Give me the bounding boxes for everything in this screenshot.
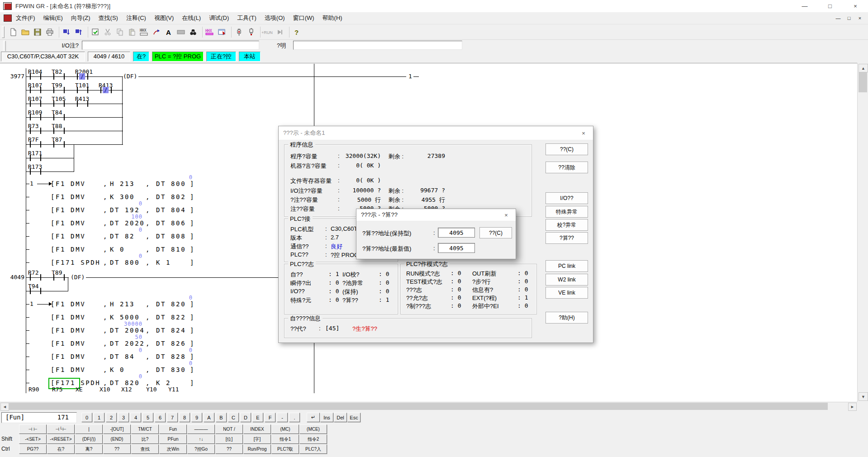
menu-item-6[interactable]: 在线(L) [178, 12, 205, 24]
fkey-r1-7[interactable]: ↑↓ [187, 434, 215, 444]
numpad-key-F[interactable]: F [265, 413, 275, 422]
scroll-up-icon[interactable]: ▲ [859, 64, 868, 72]
fkey-r0-6[interactable]: Fun [159, 424, 187, 434]
block1-src[interactable]: K 0 [110, 246, 125, 253]
block1-op[interactable]: [F1 DMV [51, 233, 85, 240]
fkey-r0-5[interactable]: TM/CT [131, 424, 159, 434]
status-dialog-close-icon[interactable]: × [574, 126, 593, 140]
fkey-r1-1[interactable]: -<SET> [19, 434, 47, 444]
numpad-key-D[interactable]: D [240, 413, 251, 422]
block1-op[interactable]: [F1 DMV [51, 206, 85, 214]
numpad-key-E[interactable]: E [252, 413, 263, 422]
contact-label[interactable]: XE [76, 386, 83, 393]
contact-label[interactable]: R90 [28, 386, 39, 393]
numpad-key-7[interactable]: 7 [167, 413, 178, 422]
remark-input[interactable] [293, 41, 462, 50]
contact-label[interactable]: Y11 [168, 386, 179, 393]
monitor-window-icon[interactable] [216, 26, 228, 38]
block2-src[interactable]: DT 2004 [110, 327, 145, 334]
block2-dst[interactable]: DT 820 [156, 300, 186, 308]
fkey-r0-1[interactable]: ⊣ ⊢ [19, 424, 47, 434]
edit-key-↵[interactable]: ↵ [307, 413, 320, 422]
dialog-button-8[interactable]: VE link [545, 287, 588, 299]
numpad-key-5[interactable]: 5 [142, 413, 153, 422]
numpad-key-A[interactable]: A [204, 413, 214, 422]
upload-program-icon[interactable] [72, 26, 85, 38]
restore-icon[interactable]: □ [817, 0, 843, 12]
step-run-icon[interactable] [274, 26, 286, 38]
menu-item-9[interactable]: 选项(O) [261, 12, 289, 24]
block2-dst[interactable]: DT 826 [156, 340, 186, 347]
text-edit-icon[interactable]: A [162, 26, 175, 38]
scroll-down-icon[interactable]: ▼ [859, 392, 868, 401]
block1-src[interactable]: DT 82 [110, 233, 135, 240]
error-close-button[interactable]: ??(C) [479, 227, 512, 238]
contact-label[interactable]: X12 [121, 386, 132, 393]
fkey-r1-9[interactable]: [字] [243, 434, 271, 444]
edit-key-Esc[interactable]: Esc [347, 413, 360, 422]
numpad-key-6[interactable]: 6 [155, 413, 166, 422]
edit-key-Del[interactable]: Del [334, 413, 347, 422]
close-icon[interactable]: × [843, 0, 868, 12]
fkey-r2-6[interactable]: 次Win [159, 444, 187, 454]
dialog-button-0[interactable]: ??(C) [545, 143, 588, 155]
numpad-key-8[interactable]: 8 [179, 413, 190, 422]
paste-icon[interactable] [126, 26, 138, 38]
fkey-r0-9[interactable]: INDEX [243, 424, 271, 434]
menu-item-3[interactable]: 查找(S) [95, 12, 122, 24]
block1-dst[interactable]: DT 800 [156, 180, 186, 187]
block1-src[interactable]: DT 2020 [110, 219, 145, 227]
block2-op[interactable]: [F1 DMV [51, 327, 85, 334]
numpad-key-4[interactable]: 4 [130, 413, 141, 422]
dialog-button-7[interactable]: W2 link [545, 274, 588, 286]
fkey-r0-8[interactable]: NOT / [215, 424, 243, 434]
io-comment-icon[interactable]: HHX [138, 26, 150, 38]
menu-item-4[interactable]: 注释(C) [122, 12, 150, 24]
dialog-button-5[interactable]: ?算?? [545, 232, 588, 244]
mdi-minimize-icon[interactable]: — [833, 14, 844, 22]
block2-src[interactable]: DT 2022 [110, 340, 145, 347]
numpad-key-.[interactable]: . [289, 413, 300, 422]
menu-item-7[interactable]: 调试(D) [205, 12, 233, 24]
fkey-r0-3[interactable]: | [75, 424, 103, 434]
df-instruction[interactable]: (DF) [123, 73, 137, 80]
block1-op[interactable]: [F171 SPDH [51, 259, 100, 266]
scroll-left-icon[interactable]: ◄ [0, 403, 9, 411]
online-edit-icon[interactable] [232, 26, 245, 38]
block2-src[interactable]: DT 84 [110, 353, 135, 360]
contact-label[interactable]: R75 [52, 386, 62, 393]
numpad-key-9[interactable]: 9 [191, 413, 202, 422]
menu-item-10[interactable]: 窗口(W) [289, 12, 318, 24]
block1-src[interactable]: DT 192 [110, 206, 140, 214]
block1-src[interactable]: DT 800 [110, 259, 140, 266]
instruction-entry-box[interactable]: [Fun] 171 [1, 412, 77, 423]
fkey-r2-3[interactable]: 离? [75, 444, 103, 454]
io-comment-input[interactable] [82, 41, 259, 50]
fkey-r1-2[interactable]: -<RESET> [47, 434, 75, 444]
menu-item-11[interactable]: 帮助(H) [318, 12, 346, 24]
block1-op[interactable]: [F1 DMV [51, 193, 85, 200]
fkey-r2-4[interactable]: ?? [103, 444, 131, 454]
block2-op[interactable]: [F1 DMV [51, 314, 85, 321]
fkey-r1-8[interactable]: [位] [215, 434, 243, 444]
error-dialog-close-icon[interactable]: × [497, 209, 516, 221]
block2-src[interactable]: K 5000 [110, 314, 140, 321]
save-file-icon[interactable] [31, 26, 43, 38]
comment-bar-icon[interactable] [175, 26, 187, 38]
menu-item-8[interactable]: 工具(T) [233, 12, 261, 24]
menu-item-1[interactable]: 编辑(E) [39, 12, 67, 24]
block2-dst[interactable]: K 2 [156, 379, 171, 386]
mdi-restore-icon[interactable]: □ [844, 14, 854, 22]
open-file-icon[interactable] [19, 26, 31, 38]
fkey-r2-1[interactable]: PG?? [19, 444, 47, 454]
df-instruction[interactable]: (DF) [71, 274, 85, 281]
menu-item-5[interactable]: 视图(V) [150, 12, 178, 24]
numpad-key-3[interactable]: 3 [118, 413, 129, 422]
fkey-r2-10[interactable]: PLC?取 [271, 444, 299, 454]
fkey-r2-11[interactable]: PLC?入 [299, 444, 327, 454]
fkey-r2-9[interactable]: Run/Prog [243, 444, 271, 454]
block2-op[interactable]: [F1 DMV [51, 300, 85, 308]
new-file-icon[interactable] [7, 26, 19, 38]
copy-icon[interactable] [114, 26, 126, 38]
fkey-r1-11[interactable]: 指令2 [299, 434, 327, 444]
